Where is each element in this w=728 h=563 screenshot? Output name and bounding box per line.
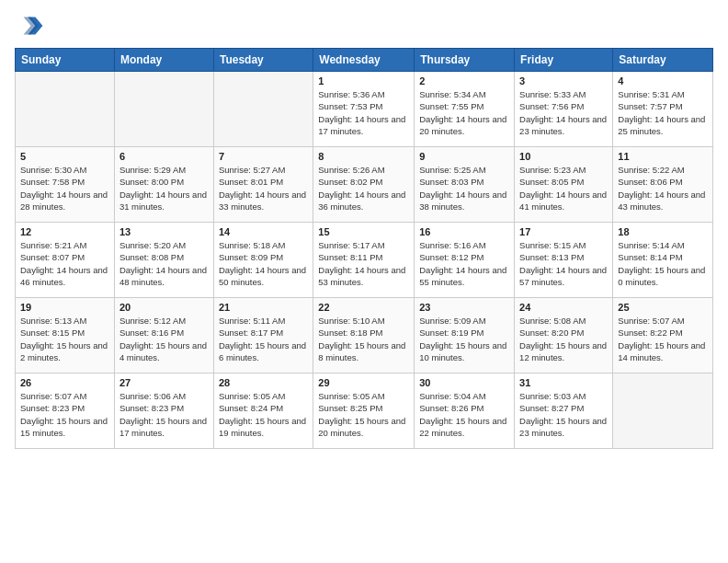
calendar-cell: 30Sunrise: 5:04 AMSunset: 8:26 PMDayligh… <box>415 373 515 449</box>
day-info: Sunrise: 5:03 AMSunset: 8:27 PMDaylight:… <box>519 390 608 439</box>
calendar-cell: 4Sunrise: 5:31 AMSunset: 7:57 PMDaylight… <box>613 72 713 147</box>
calendar-week-row: 5Sunrise: 5:30 AMSunset: 7:58 PMDaylight… <box>16 147 713 223</box>
weekday-header: Friday <box>515 49 613 72</box>
day-info: Sunrise: 5:06 AMSunset: 8:23 PMDaylight:… <box>119 390 209 439</box>
calendar-header-row: SundayMondayTuesdayWednesdayThursdayFrid… <box>16 49 713 72</box>
calendar-cell: 23Sunrise: 5:09 AMSunset: 8:19 PMDayligh… <box>415 298 515 373</box>
day-number: 29 <box>318 377 409 388</box>
weekday-header: Thursday <box>415 49 515 72</box>
day-info: Sunrise: 5:23 AMSunset: 8:05 PMDaylight:… <box>519 164 608 213</box>
day-number: 31 <box>519 377 608 388</box>
day-number: 26 <box>20 377 109 388</box>
day-number: 27 <box>119 377 209 388</box>
day-number: 18 <box>618 226 708 237</box>
calendar-cell: 2Sunrise: 5:34 AMSunset: 7:55 PMDaylight… <box>415 72 515 147</box>
calendar-cell <box>613 373 713 449</box>
calendar-cell: 22Sunrise: 5:10 AMSunset: 8:18 PMDayligh… <box>313 298 415 373</box>
day-number: 2 <box>419 75 509 86</box>
calendar-cell: 19Sunrise: 5:13 AMSunset: 8:15 PMDayligh… <box>16 298 115 373</box>
calendar-table: SundayMondayTuesdayWednesdayThursdayFrid… <box>15 48 713 449</box>
day-info: Sunrise: 5:33 AMSunset: 7:56 PMDaylight:… <box>519 88 608 137</box>
day-info: Sunrise: 5:31 AMSunset: 7:57 PMDaylight:… <box>618 88 708 137</box>
day-info: Sunrise: 5:34 AMSunset: 7:55 PMDaylight:… <box>419 88 509 137</box>
day-number: 8 <box>318 151 409 162</box>
day-number: 7 <box>219 151 308 162</box>
day-number: 17 <box>519 226 608 237</box>
weekday-header: Wednesday <box>313 49 415 72</box>
day-number: 20 <box>119 302 209 313</box>
calendar-cell: 18Sunrise: 5:14 AMSunset: 8:14 PMDayligh… <box>613 223 713 298</box>
day-number: 21 <box>219 302 308 313</box>
calendar-cell: 10Sunrise: 5:23 AMSunset: 8:05 PMDayligh… <box>515 147 613 223</box>
day-info: Sunrise: 5:04 AMSunset: 8:26 PMDaylight:… <box>419 390 509 439</box>
day-info: Sunrise: 5:30 AMSunset: 7:58 PMDaylight:… <box>20 164 109 213</box>
day-info: Sunrise: 5:11 AMSunset: 8:17 PMDaylight:… <box>219 315 308 363</box>
calendar-cell: 14Sunrise: 5:18 AMSunset: 8:09 PMDayligh… <box>213 223 313 298</box>
logo-icon <box>15 11 44 40</box>
day-info: Sunrise: 5:22 AMSunset: 8:06 PMDaylight:… <box>618 164 708 213</box>
calendar-cell: 28Sunrise: 5:05 AMSunset: 8:24 PMDayligh… <box>213 373 313 449</box>
logo <box>15 11 48 40</box>
day-number: 12 <box>20 226 109 237</box>
day-info: Sunrise: 5:26 AMSunset: 8:02 PMDaylight:… <box>318 164 409 213</box>
day-number: 30 <box>419 377 509 388</box>
calendar-cell: 7Sunrise: 5:27 AMSunset: 8:01 PMDaylight… <box>213 147 313 223</box>
page-header <box>15 11 713 40</box>
day-number: 9 <box>419 151 509 162</box>
day-info: Sunrise: 5:07 AMSunset: 8:22 PMDaylight:… <box>618 315 708 363</box>
calendar-cell: 29Sunrise: 5:05 AMSunset: 8:25 PMDayligh… <box>313 373 415 449</box>
day-info: Sunrise: 5:05 AMSunset: 8:24 PMDaylight:… <box>219 390 308 439</box>
day-number: 19 <box>20 302 109 313</box>
day-info: Sunrise: 5:13 AMSunset: 8:15 PMDaylight:… <box>20 315 109 363</box>
calendar-week-row: 1Sunrise: 5:36 AMSunset: 7:53 PMDaylight… <box>16 72 713 147</box>
calendar-week-row: 19Sunrise: 5:13 AMSunset: 8:15 PMDayligh… <box>16 298 713 373</box>
day-info: Sunrise: 5:10 AMSunset: 8:18 PMDaylight:… <box>318 315 409 363</box>
day-info: Sunrise: 5:16 AMSunset: 8:12 PMDaylight:… <box>419 239 509 288</box>
calendar-cell: 11Sunrise: 5:22 AMSunset: 8:06 PMDayligh… <box>613 147 713 223</box>
day-info: Sunrise: 5:05 AMSunset: 8:25 PMDaylight:… <box>318 390 409 439</box>
calendar-cell: 9Sunrise: 5:25 AMSunset: 8:03 PMDaylight… <box>415 147 515 223</box>
calendar-cell: 21Sunrise: 5:11 AMSunset: 8:17 PMDayligh… <box>213 298 313 373</box>
day-number: 25 <box>618 302 708 313</box>
day-info: Sunrise: 5:07 AMSunset: 8:23 PMDaylight:… <box>20 390 109 439</box>
calendar-cell: 20Sunrise: 5:12 AMSunset: 8:16 PMDayligh… <box>114 298 213 373</box>
day-info: Sunrise: 5:25 AMSunset: 8:03 PMDaylight:… <box>419 164 509 213</box>
day-info: Sunrise: 5:15 AMSunset: 8:13 PMDaylight:… <box>519 239 608 288</box>
day-number: 5 <box>20 151 109 162</box>
day-number: 11 <box>618 151 708 162</box>
day-number: 14 <box>219 226 308 237</box>
day-number: 16 <box>419 226 509 237</box>
weekday-header: Sunday <box>16 49 115 72</box>
day-number: 4 <box>618 75 708 86</box>
day-info: Sunrise: 5:17 AMSunset: 8:11 PMDaylight:… <box>318 239 409 288</box>
calendar-cell: 8Sunrise: 5:26 AMSunset: 8:02 PMDaylight… <box>313 147 415 223</box>
calendar-cell: 3Sunrise: 5:33 AMSunset: 7:56 PMDaylight… <box>515 72 613 147</box>
day-info: Sunrise: 5:21 AMSunset: 8:07 PMDaylight:… <box>20 239 109 288</box>
day-number: 28 <box>219 377 308 388</box>
day-number: 23 <box>419 302 509 313</box>
day-info: Sunrise: 5:14 AMSunset: 8:14 PMDaylight:… <box>618 239 708 288</box>
calendar-cell: 15Sunrise: 5:17 AMSunset: 8:11 PMDayligh… <box>313 223 415 298</box>
calendar-cell <box>16 72 115 147</box>
day-number: 1 <box>318 75 409 86</box>
calendar-cell: 25Sunrise: 5:07 AMSunset: 8:22 PMDayligh… <box>613 298 713 373</box>
day-number: 6 <box>119 151 209 162</box>
calendar-cell: 12Sunrise: 5:21 AMSunset: 8:07 PMDayligh… <box>16 223 115 298</box>
weekday-header: Tuesday <box>213 49 313 72</box>
calendar-cell <box>114 72 213 147</box>
day-number: 3 <box>519 75 608 86</box>
day-info: Sunrise: 5:09 AMSunset: 8:19 PMDaylight:… <box>419 315 509 363</box>
day-info: Sunrise: 5:18 AMSunset: 8:09 PMDaylight:… <box>219 239 308 288</box>
day-info: Sunrise: 5:36 AMSunset: 7:53 PMDaylight:… <box>318 88 409 137</box>
day-info: Sunrise: 5:12 AMSunset: 8:16 PMDaylight:… <box>119 315 209 363</box>
day-number: 15 <box>318 226 409 237</box>
calendar-cell <box>213 72 313 147</box>
calendar-cell: 26Sunrise: 5:07 AMSunset: 8:23 PMDayligh… <box>16 373 115 449</box>
calendar-cell: 13Sunrise: 5:20 AMSunset: 8:08 PMDayligh… <box>114 223 213 298</box>
calendar-cell: 31Sunrise: 5:03 AMSunset: 8:27 PMDayligh… <box>515 373 613 449</box>
calendar-week-row: 26Sunrise: 5:07 AMSunset: 8:23 PMDayligh… <box>16 373 713 449</box>
calendar-cell: 17Sunrise: 5:15 AMSunset: 8:13 PMDayligh… <box>515 223 613 298</box>
calendar-week-row: 12Sunrise: 5:21 AMSunset: 8:07 PMDayligh… <box>16 223 713 298</box>
day-info: Sunrise: 5:29 AMSunset: 8:00 PMDaylight:… <box>119 164 209 213</box>
calendar-cell: 16Sunrise: 5:16 AMSunset: 8:12 PMDayligh… <box>415 223 515 298</box>
